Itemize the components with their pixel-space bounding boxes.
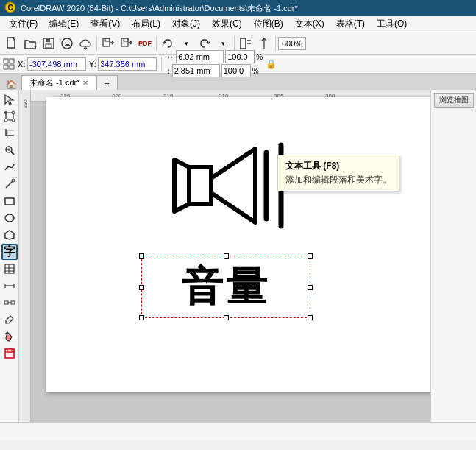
app-logo: C	[4, 1, 16, 15]
svg-marker-22	[5, 95, 13, 105]
svg-point-25	[12, 111, 15, 114]
handle-tr[interactable]	[308, 253, 313, 259]
fill-tool[interactable]	[1, 328, 18, 345]
handle-br[interactable]	[308, 315, 313, 320]
pen-tool[interactable]	[1, 176, 18, 192]
handle-bm[interactable]	[224, 315, 229, 320]
sep1	[96, 36, 97, 51]
select-tool[interactable]	[1, 91, 18, 108]
svg-rect-48	[11, 301, 15, 304]
undo-button[interactable]	[159, 35, 177, 52]
zoom-level[interactable]: 600%	[278, 37, 306, 50]
dimension-tool[interactable]	[1, 278, 18, 294]
canvas-wrapper: 390 355 350 345 325 320 315 310 305 300	[19, 90, 476, 422]
menu-edit[interactable]: 编辑(E)	[43, 17, 85, 31]
tooltip-shortcut: 文本工具 (F8)	[285, 159, 391, 173]
svg-point-26	[12, 119, 15, 122]
dropper-tool[interactable]	[1, 312, 18, 328]
status-bar	[0, 422, 476, 441]
align-up-button[interactable]	[255, 35, 273, 52]
svg-rect-18	[4, 59, 8, 63]
interactive-tool[interactable]	[1, 345, 18, 362]
open-dropdown-button[interactable]: ▾	[21, 35, 39, 52]
pct-label2: %	[252, 67, 259, 75]
handle-tl[interactable]	[139, 253, 144, 259]
handle-ml[interactable]	[139, 285, 144, 290]
redo-button[interactable]	[196, 35, 213, 52]
svg-rect-40	[5, 264, 14, 273]
ellipse-tool[interactable]	[1, 210, 18, 226]
new-button[interactable]	[3, 35, 21, 52]
canvas-text: 音量	[142, 256, 310, 317]
svg-rect-21	[10, 65, 14, 69]
connector-tool[interactable]	[1, 295, 18, 311]
svg-text:C: C	[7, 4, 13, 12]
handle-tm[interactable]	[224, 253, 229, 259]
sep-options	[161, 57, 162, 71]
cloud-button[interactable]	[77, 35, 94, 52]
redo-dropdown-button[interactable]: ▾	[214, 35, 232, 52]
svg-rect-54	[7, 349, 12, 352]
text-tool[interactable]: 字	[1, 244, 18, 260]
menu-effects[interactable]: 效果(C)	[206, 17, 248, 31]
tooltip-popup: 文本工具 (F8) 添加和编辑段落和美术字。	[277, 155, 399, 191]
title-bar: C CorelDRAW 2020 (64-Bit) - C:\Users\Adm…	[0, 0, 476, 16]
main-area: 字 390 355 350 345	[0, 90, 476, 422]
menu-object[interactable]: 对象(J)	[166, 17, 206, 31]
ruler-and-canvas: 390 355 350 345 325 320 315 310 305 300	[19, 90, 476, 422]
handle-bl[interactable]	[139, 315, 144, 320]
add-tab-button[interactable]: +	[96, 75, 117, 90]
browse-button[interactable]: 浏览推图	[434, 93, 474, 108]
undo-dropdown-button[interactable]: ▾	[177, 35, 195, 52]
tab-close-icon[interactable]: ✕	[82, 79, 88, 87]
polygon-tool[interactable]	[1, 227, 18, 243]
svg-text:▾: ▾	[34, 43, 37, 50]
width-icon: ↔	[166, 52, 174, 61]
handle-mr[interactable]	[308, 285, 313, 290]
arrange-button[interactable]	[237, 35, 255, 52]
y-label: Y:	[89, 60, 96, 68]
menu-bitmap[interactable]: 位图(B)	[248, 17, 289, 31]
menu-file[interactable]: 文件(F)	[3, 17, 43, 31]
crop-tool[interactable]	[1, 125, 18, 141]
canvas-area[interactable]: 325 320 315 310 305 300	[31, 90, 430, 422]
ruler-left: 390 355 350 345	[19, 90, 31, 422]
lock-icon[interactable]: 🔒	[266, 59, 277, 69]
svg-rect-16	[241, 38, 246, 49]
menu-tools[interactable]: 工具(O)	[371, 17, 413, 31]
zoom-tool[interactable]	[1, 142, 18, 158]
svg-rect-10	[103, 38, 110, 46]
menu-table[interactable]: 表格(T)	[330, 17, 371, 31]
left-toolbox: 字	[0, 90, 19, 422]
svg-text:☁: ☁	[64, 41, 71, 48]
svg-point-24	[4, 111, 7, 114]
save-button[interactable]	[40, 35, 57, 52]
height-input[interactable]	[172, 64, 220, 77]
import-button[interactable]	[99, 35, 117, 52]
document-tab[interactable]: 未命名 -1.cdr* ✕	[21, 75, 96, 90]
menu-bar: 文件(F) 编辑(E) 查看(V) 布局(L) 对象(J) 效果(C) 位图(B…	[0, 16, 476, 32]
menu-text[interactable]: 文本(X)	[289, 17, 330, 31]
menu-view[interactable]: 查看(V)	[85, 17, 126, 31]
freehand-tool[interactable]	[1, 159, 18, 175]
svg-rect-5	[46, 38, 50, 42]
white-page: 音量	[46, 97, 430, 392]
x-input[interactable]	[27, 57, 86, 71]
width-input[interactable]	[176, 50, 224, 63]
width-pct[interactable]	[225, 50, 255, 63]
export-button[interactable]	[118, 35, 135, 52]
y-input[interactable]	[98, 57, 157, 71]
add-tab-label: +	[104, 79, 109, 88]
pdf-button[interactable]: PDF	[136, 35, 154, 52]
table-tool[interactable]	[1, 261, 18, 277]
rect-tool[interactable]	[1, 193, 18, 209]
sep4	[275, 36, 276, 51]
zoom-value: 600%	[282, 39, 302, 48]
shape-tool[interactable]	[1, 108, 18, 124]
text-selection-box[interactable]: 音量	[141, 256, 310, 318]
menu-layout[interactable]: 布局(L)	[126, 17, 166, 31]
tool-options-bar: X: Y: ↔ % ↕ % 🔒	[0, 55, 476, 74]
publish-button[interactable]: ☁	[58, 35, 76, 52]
svg-rect-19	[4, 65, 8, 69]
height-pct[interactable]	[221, 64, 251, 77]
